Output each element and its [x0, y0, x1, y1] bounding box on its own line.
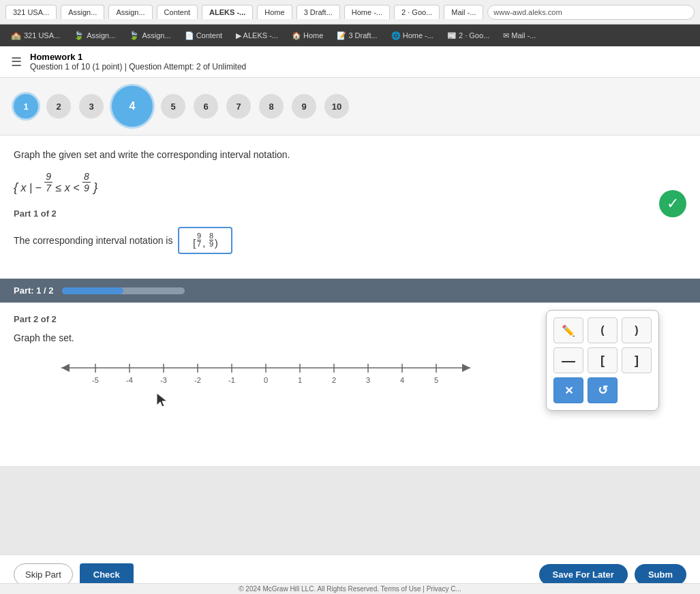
page-header: ☰ Homework 1 Question 1 of 10 (1 point) … — [0, 46, 700, 78]
nav-home-label: 🏠 Home — [292, 31, 323, 40]
part1-header: Part 1 of 2 — [14, 208, 686, 219]
svg-text:1: 1 — [298, 376, 302, 384]
tab-aleks[interactable]: ALEKS -... — [202, 5, 253, 19]
svg-text:3: 3 — [366, 376, 370, 384]
nav-assign1-label: Assign... — [87, 31, 115, 40]
leaf2-icon: 🍃 — [129, 31, 139, 40]
tab-mail[interactable]: Mail -... — [444, 5, 483, 19]
browser-tabs: 321 USA... Assign... Assign... Content A… — [0, 0, 700, 25]
q-num-5[interactable]: 5 — [161, 94, 185, 119]
svg-text:4: 4 — [400, 376, 404, 384]
school-icon: 🏫 — [11, 31, 21, 40]
cursor-pointer — [155, 392, 169, 411]
part-progress-label: Part: 1 / 2 — [14, 285, 54, 296]
question-info: Question 1 of 10 (1 point) | Question At… — [30, 62, 246, 72]
svg-text:-3: -3 — [160, 376, 167, 384]
nav-321-label: 321 USA... — [24, 31, 60, 40]
calc-undo-btn[interactable]: ↺ — [588, 377, 618, 403]
tab-321[interactable]: 321 USA... — [5, 5, 57, 19]
calc-open-bracket-btn[interactable]: [ — [588, 347, 618, 373]
svg-text:5: 5 — [434, 376, 438, 384]
q-num-2[interactable]: 2 — [46, 94, 71, 119]
menu-icon[interactable]: ☰ — [11, 54, 22, 69]
tab-google[interactable]: 2 · Goo... — [394, 5, 440, 19]
copyright-bar: © 2024 McGraw Hill LLC. All Rights Reser… — [0, 583, 700, 594]
interval-answer-box[interactable]: [ 9 7 , 8 9 ) — [178, 227, 232, 254]
nav-aleks[interactable]: ▶ ALEKS -... — [230, 30, 284, 42]
address-bar[interactable]: www-awd.aleks.com — [487, 5, 695, 20]
save-for-later-button[interactable]: Save For Later — [539, 564, 628, 585]
nav-3draft-label: 📝 3 Draft... — [337, 31, 377, 40]
question-nav: 1 2 3 4 5 6 7 8 9 10 — [0, 78, 700, 136]
q-num-6[interactable]: 6 — [194, 94, 218, 119]
calc-dash-btn[interactable]: — — [553, 347, 583, 373]
svg-text:0: 0 — [264, 376, 268, 384]
calc-close-bracket-btn[interactable]: ] — [622, 347, 652, 373]
q-num-7[interactable]: 7 — [226, 94, 251, 119]
nav-mail[interactable]: ✉ Mail -... — [498, 30, 541, 42]
part-progress-area: Part: 1 / 2 — [0, 279, 700, 302]
tab-assign2[interactable]: Assign... — [108, 5, 152, 19]
tab-home[interactable]: Home — [257, 5, 292, 19]
number-line-container[interactable]: -5 -4 -3 -2 -1 0 1 2 3 4 5 — [55, 354, 463, 395]
check-mark-container: ✓ — [659, 190, 686, 217]
calculator-popup: ✏️ ( ) — [ ] ✕ ↺ — [546, 310, 659, 411]
nav-home[interactable]: 🏠 Home — [286, 30, 329, 42]
nav-home2[interactable]: 🌐 Home -... — [386, 30, 439, 42]
nav-aleks-label: ▶ ALEKS -... — [236, 31, 278, 40]
progress-bar-fill — [62, 287, 123, 294]
calc-clear-btn[interactable]: ✕ — [553, 377, 583, 403]
leaf-icon: 🍃 — [74, 31, 84, 40]
nav-google[interactable]: 📰 2 · Goo... — [442, 30, 495, 42]
nav-assign2[interactable]: 🍃 Assign... — [123, 29, 176, 42]
interval-prefix: The corresponding interval notation is — [14, 235, 172, 246]
nav-content-label: 📄 Content — [185, 31, 223, 40]
nav-content[interactable]: 📄 Content — [179, 30, 228, 42]
calc-draw-btn[interactable]: ✏️ — [553, 317, 583, 343]
tab-3draft[interactable]: 3 Draft... — [296, 5, 340, 19]
nav-google-label: 📰 2 · Goo... — [447, 31, 489, 40]
part2-section: Part 2 of 2 Graph the set. — [0, 302, 700, 466]
q-num-1[interactable]: 1 — [14, 94, 38, 119]
main-content: Graph the given set and write the corres… — [0, 136, 700, 279]
svg-text:-2: -2 — [194, 376, 201, 384]
calc-close-paren-btn[interactable]: ) — [622, 317, 652, 343]
progress-bar-background — [62, 287, 185, 294]
math-set-display: { x | − 9 7 ≤ x < 8 9 } — [14, 171, 686, 195]
nav-home2-label: 🌐 Home -... — [391, 31, 433, 40]
nav-mail-label: ✉ Mail -... — [503, 31, 536, 40]
correct-checkmark: ✓ — [659, 190, 686, 217]
svg-text:2: 2 — [332, 376, 336, 384]
interval-notation-row: The corresponding interval notation is [… — [14, 227, 686, 254]
nav-assign1[interactable]: 🍃 Assign... — [68, 29, 121, 42]
q-num-9[interactable]: 9 — [292, 94, 316, 119]
svg-text:-1: -1 — [228, 376, 235, 384]
nav-321usa[interactable]: 🏫 321 USA... — [5, 29, 65, 42]
q-num-4[interactable]: 4 — [112, 86, 153, 127]
tab-assign1[interactable]: Assign... — [61, 5, 104, 19]
problem-statement: Graph the given set and write the corres… — [14, 149, 686, 160]
q-num-3[interactable]: 3 — [79, 94, 104, 119]
app-nav: 🏫 321 USA... 🍃 Assign... 🍃 Assign... 📄 C… — [0, 25, 700, 46]
tab-home2[interactable]: Home -... — [344, 5, 390, 19]
svg-marker-23 — [157, 393, 167, 407]
q-num-10[interactable]: 10 — [324, 94, 349, 119]
tab-content[interactable]: Content — [157, 5, 198, 19]
nav-3draft[interactable]: 📝 3 Draft... — [331, 30, 382, 42]
svg-text:-5: -5 — [92, 376, 99, 384]
calc-open-paren-btn[interactable]: ( — [588, 317, 618, 343]
number-line-svg: -5 -4 -3 -2 -1 0 1 2 3 4 5 — [55, 354, 477, 392]
svg-text:-4: -4 — [126, 376, 133, 384]
q-num-8[interactable]: 8 — [259, 94, 284, 119]
address-text: www-awd.aleks.com — [493, 8, 562, 16]
nav-assign2-label: Assign... — [142, 31, 170, 40]
submit-button[interactable]: Subm — [635, 564, 686, 585]
homework-title: Homework 1 — [30, 52, 246, 62]
